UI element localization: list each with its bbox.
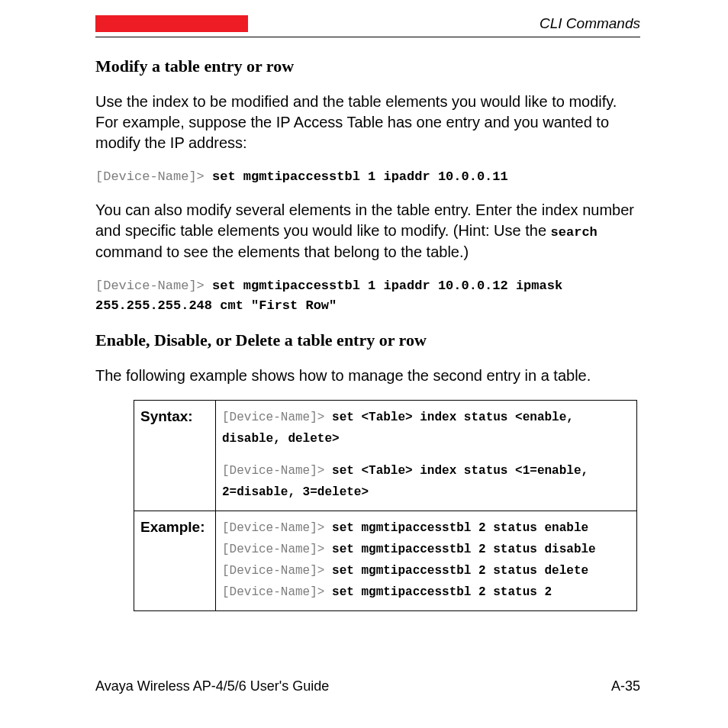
example-line-3: [Device-Name]> set mgmtipaccesstbl 2 sta… bbox=[222, 560, 630, 581]
cell-example-label: Example: bbox=[134, 511, 216, 610]
code-command: set mgmtipaccesstbl 2 status enable bbox=[332, 521, 588, 535]
cell-example-body: [Device-Name]> set mgmtipaccesstbl 2 sta… bbox=[216, 511, 637, 610]
code-prompt: [Device-Name]> bbox=[222, 585, 332, 599]
example-line-2: [Device-Name]> set mgmtipaccesstbl 2 sta… bbox=[222, 539, 630, 560]
example-line-4: [Device-Name]> set mgmtipaccesstbl 2 sta… bbox=[222, 581, 630, 603]
footer-left: Avaya Wireless AP-4/5/6 User's Guide bbox=[95, 678, 329, 694]
section-heading-modify: Modify a table entry or row bbox=[95, 55, 640, 78]
header-section-label: CLI Commands bbox=[540, 15, 640, 32]
page-content: Modify a table entry or row Use the inde… bbox=[95, 55, 640, 611]
code-prompt: [Device-Name]> bbox=[95, 169, 212, 184]
cell-syntax-label: Syntax: bbox=[134, 400, 216, 511]
document-page: CLI Commands Modify a table entry or row… bbox=[0, 0, 728, 728]
syntax-line-1: [Device-Name]> set <Table> index status … bbox=[222, 407, 630, 449]
header-red-bar bbox=[95, 15, 248, 32]
footer-right: A-35 bbox=[611, 678, 640, 694]
header-rule bbox=[95, 37, 640, 37]
code-command: set mgmtipaccesstbl 2 status disable bbox=[332, 543, 596, 556]
inline-code-search: search bbox=[551, 225, 598, 240]
syntax-line-2: [Device-Name]> set <Table> index status … bbox=[222, 460, 630, 503]
code-prompt: [Device-Name]> bbox=[222, 521, 332, 535]
code-prompt: [Device-Name]> bbox=[222, 543, 332, 556]
paragraph-modify-p2: You can also modify several elements in … bbox=[95, 200, 640, 263]
cell-syntax-body: [Device-Name]> set <Table> index status … bbox=[216, 400, 637, 511]
page-footer: Avaya Wireless AP-4/5/6 User's Guide A-3… bbox=[95, 678, 640, 694]
section-heading-enable: Enable, Disable, or Delete a table entry… bbox=[95, 329, 640, 352]
paragraph-modify-intro: Use the index to be modified and the tab… bbox=[95, 92, 640, 153]
text-fragment: command to see the elements that belong … bbox=[95, 243, 469, 260]
code-command: set mgmtipaccesstbl 2 status 2 bbox=[332, 585, 552, 599]
code-command: set mgmtipaccesstbl 1 ipaddr 10.0.0.11 bbox=[212, 169, 508, 184]
code-prompt: [Device-Name]> bbox=[222, 464, 332, 478]
syntax-example-table: Syntax: [Device-Name]> set <Table> index… bbox=[134, 400, 637, 611]
code-prompt: [Device-Name]> bbox=[95, 279, 212, 293]
paragraph-enable-intro: The following example shows how to manag… bbox=[95, 366, 640, 386]
code-command: set mgmtipaccesstbl 2 status delete bbox=[332, 564, 588, 578]
code-prompt: [Device-Name]> bbox=[222, 411, 332, 424]
code-prompt: [Device-Name]> bbox=[222, 564, 332, 578]
code-block-modify-cmd1: [Device-Name]> set mgmtipaccesstbl 1 ipa… bbox=[95, 167, 640, 187]
table-row: Example: [Device-Name]> set mgmtipaccess… bbox=[134, 511, 637, 610]
example-line-1: [Device-Name]> set mgmtipaccesstbl 2 sta… bbox=[222, 517, 630, 539]
page-header: CLI Commands bbox=[95, 15, 640, 37]
code-block-modify-cmd2: [Device-Name]> set mgmtipaccesstbl 1 ipa… bbox=[95, 276, 640, 315]
table-row: Syntax: [Device-Name]> set <Table> index… bbox=[134, 400, 637, 511]
